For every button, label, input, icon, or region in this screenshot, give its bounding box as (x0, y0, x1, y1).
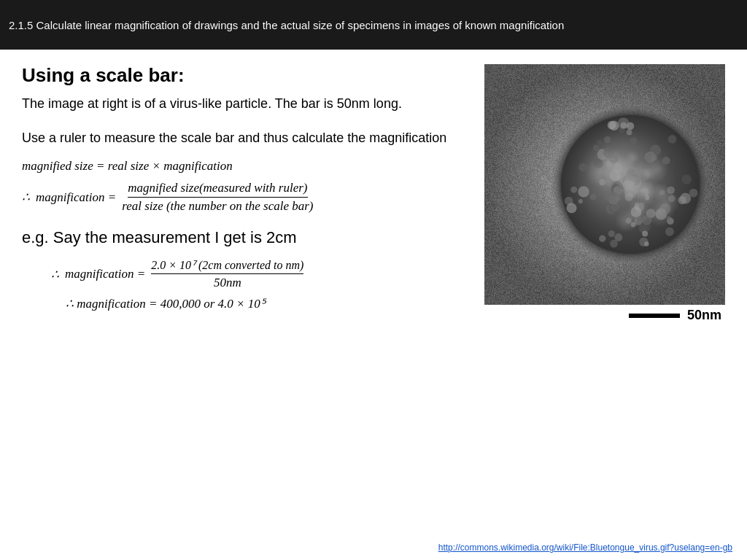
virus-canvas (484, 64, 725, 305)
magnification-formula: ∴ magnification = magnified size(measure… (22, 181, 470, 214)
example-numerator: 2.0 × 10⁷ (2cm converted to nm) (151, 258, 303, 274)
example-denominator: 50nm (214, 276, 241, 290)
example-text: e.g. Say the measurement I get is 2cm (22, 228, 470, 247)
header-title: 2.1.5 Calculate linear magnification of … (9, 18, 564, 33)
example-therefore: ∴ (51, 267, 59, 282)
example-magnification-label: magnification = (65, 267, 145, 281)
formula-one: magnified size = real size × magnificati… (22, 159, 470, 174)
example-result: ∴ magnification = 400,000 or 4.0 × 10⁵ (51, 296, 470, 311)
scale-bar-label: 50nm (687, 308, 721, 323)
therefore-symbol: ∴ (22, 190, 30, 205)
header: 2.1.5 Calculate linear magnification of … (0, 0, 747, 50)
magnification-equals-label: magnification = (36, 190, 116, 205)
fraction-denominator: real size (the number on the scale bar) (122, 199, 313, 214)
example-fraction-block: 2.0 × 10⁷ (2cm converted to nm) 50nm (151, 258, 303, 290)
scale-bar-container: 50nm (484, 308, 725, 323)
description-text: The image at right is of a virus-like pa… (22, 94, 470, 114)
example-fraction: ∴ magnification = 2.0 × 10⁷ (2cm convert… (51, 258, 470, 290)
example-calculation: ∴ magnification = 2.0 × 10⁷ (2cm convert… (22, 258, 470, 311)
footer-link[interactable]: http://commons.wikimedia.org/wiki/File:B… (438, 542, 732, 553)
right-panel: 50nm (484, 64, 725, 323)
virus-image (484, 64, 725, 305)
left-panel: Using a scale bar: The image at right is… (22, 64, 484, 323)
magnification-fraction: magnified size(measured with ruler) real… (122, 181, 313, 214)
scale-bar-title: Using a scale bar: (22, 64, 470, 87)
footer-link-text: http://commons.wikimedia.org/wiki/File:B… (438, 542, 732, 553)
instruction-text: Use a ruler to measure the scale bar and… (22, 128, 470, 148)
main-content: Using a scale bar: The image at right is… (0, 50, 747, 338)
fraction-numerator: magnified size(measured with ruler) (128, 181, 307, 198)
scale-bar-line (629, 314, 680, 318)
